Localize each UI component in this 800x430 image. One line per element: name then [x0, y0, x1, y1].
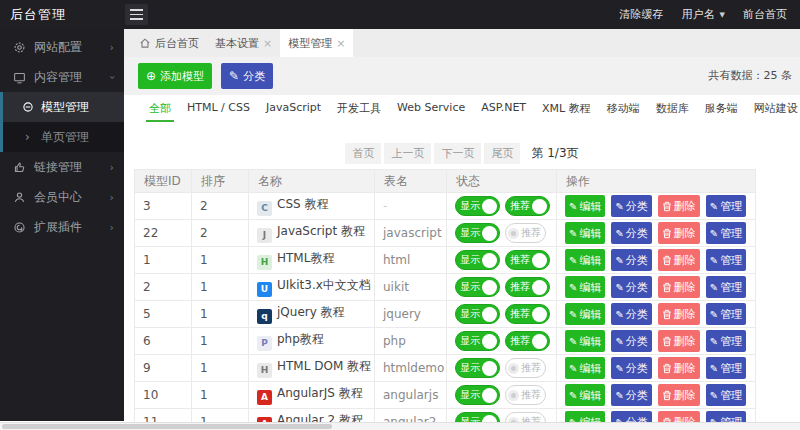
cell-table-name: javascript [375, 220, 447, 247]
category-button[interactable]: ✎分类 [611, 222, 651, 244]
cell-sort: 1 [192, 382, 249, 409]
cell-actions: ✎编辑✎分类删除✎管理 [557, 301, 756, 328]
edit-button[interactable]: ✎编辑 [565, 222, 605, 244]
category-button[interactable]: ✎ 分类 [221, 63, 273, 89]
filter-tab[interactable]: 移动端 [604, 101, 643, 122]
toggle-on[interactable]: 显示 [455, 358, 500, 378]
toggle-on[interactable]: 显示 [455, 250, 500, 270]
toggle-on[interactable]: 显示 [455, 331, 500, 351]
toggle-on[interactable]: 显示 [455, 385, 500, 405]
category-button[interactable]: ✎分类 [611, 330, 651, 352]
cell-sort: 1 [192, 274, 249, 301]
category-button[interactable]: ✎分类 [611, 384, 651, 406]
tab-model-management[interactable]: 模型管理 × [280, 29, 353, 57]
delete-button[interactable]: 删除 [658, 357, 700, 379]
add-model-button[interactable]: ⊕ 添加模型 [138, 63, 212, 89]
edit-button[interactable]: ✎编辑 [565, 276, 605, 298]
filter-tabs: 全部HTML / CSSJavaScript开发工具Web ServiceASP… [124, 95, 800, 122]
cell-name: HHTML DOM 教程 [249, 355, 375, 382]
toggle-on[interactable]: 显示 [455, 304, 500, 324]
sidebar-item-site-config[interactable]: 网站配置 › [0, 32, 124, 62]
edit-button[interactable]: ✎编辑 [565, 249, 605, 271]
toggle-on[interactable]: 显示 [455, 277, 500, 297]
toggle-on[interactable]: 推荐 [505, 250, 550, 270]
cell-name: qjQuery 教程 [249, 301, 375, 328]
clear-cache-link[interactable]: 清除缓存 [620, 7, 664, 22]
edit-button[interactable]: ✎编辑 [565, 303, 605, 325]
filter-tab[interactable]: HTML / CSS [184, 101, 253, 122]
filter-tab[interactable]: Web Service [394, 101, 468, 122]
edit-button[interactable]: ✎编辑 [565, 384, 605, 406]
sidebar-item-model-management[interactable]: 模型管理 [3, 92, 124, 122]
cell-status: 显示推荐 [447, 301, 557, 328]
page-first-button[interactable]: 首页 [345, 143, 381, 164]
filter-tab[interactable]: 开发工具 [334, 101, 384, 122]
edit-button[interactable]: ✎编辑 [565, 330, 605, 352]
manage-button[interactable]: ✎管理 [706, 384, 746, 406]
toggle-off[interactable]: 推荐 [505, 358, 546, 378]
page-prev-button[interactable]: 上一页 [384, 143, 431, 164]
category-button[interactable]: ✎分类 [611, 303, 651, 325]
delete-button[interactable]: 删除 [658, 195, 700, 217]
tab-dashboard[interactable]: 后台首页 [131, 29, 207, 57]
content-icon [12, 70, 26, 84]
horizontal-scrollbar[interactable] [0, 422, 800, 430]
filter-tab[interactable]: 服务端 [702, 101, 741, 122]
scrollbar-thumb[interactable] [2, 424, 332, 429]
manage-button[interactable]: ✎管理 [706, 195, 746, 217]
sidebar-item-member-center[interactable]: 会员中心 › [0, 182, 124, 212]
toggle-on[interactable]: 显示 [455, 196, 500, 216]
filter-tab[interactable]: 全部 [146, 101, 174, 122]
toggle-on[interactable]: 推荐 [505, 196, 550, 216]
table-row: 222JJavaScript 教程javascript显示推荐✎编辑✎分类删除✎… [135, 220, 756, 247]
category-button[interactable]: ✎分类 [611, 249, 651, 271]
filter-tab[interactable]: 网站建设 [751, 101, 800, 122]
page-next-button[interactable]: 下一页 [434, 143, 481, 164]
filter-tab[interactable]: ASP.NET [478, 101, 529, 122]
total-count: 共有数据：25 条 [709, 57, 793, 95]
manage-button[interactable]: ✎管理 [706, 276, 746, 298]
toggle-off[interactable]: 推荐 [505, 223, 546, 243]
manage-button[interactable]: ✎管理 [706, 357, 746, 379]
category-button[interactable]: ✎分类 [611, 195, 651, 217]
close-icon[interactable]: × [336, 38, 345, 49]
filter-tab[interactable]: 数据库 [653, 101, 692, 122]
filter-tab[interactable]: XML 教程 [539, 101, 594, 122]
manage-button[interactable]: ✎管理 [706, 249, 746, 271]
tab-basic-settings[interactable]: 基本设置 × [207, 29, 280, 57]
filter-tab[interactable]: JavaScript [263, 101, 324, 122]
close-icon[interactable]: × [263, 38, 272, 49]
delete-button[interactable]: 删除 [658, 222, 700, 244]
sidebar-item-extensions[interactable]: 扩展插件 › [0, 212, 124, 242]
member-icon [12, 190, 26, 204]
delete-button[interactable]: 删除 [658, 330, 700, 352]
toggle-on[interactable]: 推荐 [505, 277, 550, 297]
chevron-right-icon: › [110, 221, 114, 234]
sidebar-item-content[interactable]: 内容管理 › [0, 62, 124, 92]
toggle-on[interactable]: 显示 [455, 223, 500, 243]
edit-button[interactable]: ✎编辑 [565, 195, 605, 217]
toggle-on[interactable]: 推荐 [505, 304, 550, 324]
manage-button[interactable]: ✎管理 [706, 330, 746, 352]
sidebar-item-page-management[interactable]: › 单页管理 [3, 122, 124, 152]
page-last-button[interactable]: 尾页 [484, 143, 520, 164]
frontend-home-link[interactable]: 前台首页 [743, 7, 787, 22]
sidebar-item-link-management[interactable]: 链接管理 › [0, 152, 124, 182]
category-button[interactable]: ✎分类 [611, 357, 651, 379]
delete-button[interactable]: 删除 [658, 384, 700, 406]
manage-button[interactable]: ✎管理 [706, 222, 746, 244]
category-button[interactable]: ✎分类 [611, 276, 651, 298]
username-dropdown[interactable]: 用户名▼ [682, 7, 725, 22]
model-favicon-icon: C [257, 201, 272, 216]
topbar-menu: 清除缓存 用户名▼ 前台首页 [620, 0, 787, 29]
home-icon [139, 37, 151, 49]
toggle-on[interactable]: 推荐 [505, 331, 550, 351]
toggle-off[interactable]: 推荐 [505, 385, 546, 405]
cell-table-name: - [375, 193, 447, 220]
edit-button[interactable]: ✎编辑 [565, 357, 605, 379]
manage-button[interactable]: ✎管理 [706, 303, 746, 325]
delete-button[interactable]: 删除 [658, 303, 700, 325]
menu-toggle-icon[interactable] [125, 4, 148, 25]
delete-button[interactable]: 删除 [658, 249, 700, 271]
delete-button[interactable]: 删除 [658, 276, 700, 298]
